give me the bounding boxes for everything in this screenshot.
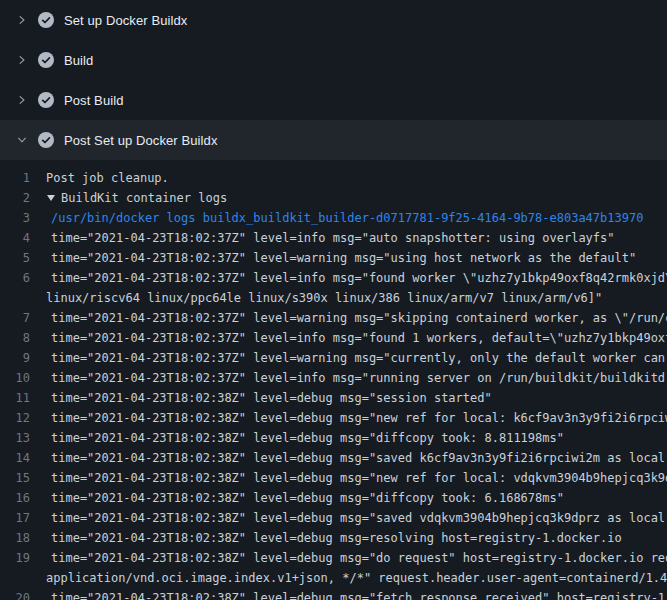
log-line: 1 Post job cleanup. [0, 168, 667, 188]
check-circle-icon [38, 92, 54, 108]
check-circle-icon [38, 132, 54, 148]
log-line-number[interactable]: 5 [0, 248, 46, 268]
log-line: 15 time="2021-04-23T18:02:38Z" level=deb… [0, 468, 667, 488]
log-line-text: time="2021-04-23T18:02:38Z" level=debug … [46, 588, 667, 600]
log-line-text: time="2021-04-23T18:02:37Z" level=info m… [46, 228, 615, 248]
log-line: linux/riscv64 linux/ppc64le linux/s390x … [0, 288, 667, 308]
log-line: 20 time="2021-04-23T18:02:38Z" level=deb… [0, 588, 667, 600]
chevron-icon[interactable] [14, 132, 30, 148]
check-circle-icon [38, 52, 54, 68]
group-toggle-icon[interactable] [47, 195, 55, 201]
step-header[interactable]: Post Set up Docker Buildx [0, 120, 667, 160]
log-line-text: time="2021-04-23T18:02:37Z" level=info m… [46, 368, 667, 388]
step-label: Post Set up Docker Buildx [64, 133, 218, 148]
check-circle-icon [38, 12, 54, 28]
log-line-text: time="2021-04-23T18:02:37Z" level=warnin… [46, 348, 667, 368]
log-line-number[interactable]: 7 [0, 308, 46, 328]
log-line: 2 BuildKit container logs [0, 188, 667, 208]
log-line-text: time="2021-04-23T18:02:38Z" level=debug … [46, 508, 667, 528]
log-line: 14 time="2021-04-23T18:02:38Z" level=deb… [0, 448, 667, 468]
log-line-number[interactable]: 11 [0, 388, 46, 408]
log-line: 18 time="2021-04-23T18:02:38Z" level=deb… [0, 528, 667, 548]
log-line-text: linux/riscv64 linux/ppc64le linux/s390x … [46, 288, 602, 308]
log-line-text: application/vnd.oci.image.index.v1+json,… [46, 568, 667, 588]
chevron-icon[interactable] [14, 12, 30, 28]
log-line: 17 time="2021-04-23T18:02:38Z" level=deb… [0, 508, 667, 528]
log-line: 8 time="2021-04-23T18:02:37Z" level=info… [0, 328, 667, 348]
log-line-number[interactable]: 3 [0, 208, 46, 228]
log-line-text: time="2021-04-23T18:02:38Z" level=debug … [46, 408, 667, 428]
log-line-number[interactable]: 10 [0, 368, 46, 388]
log-line: 7 time="2021-04-23T18:02:37Z" level=warn… [0, 308, 667, 328]
log-line-number[interactable] [0, 568, 46, 588]
log-line-number[interactable]: 6 [0, 268, 46, 288]
log-line-number[interactable]: 19 [0, 548, 46, 568]
log-line: 13 time="2021-04-23T18:02:38Z" level=deb… [0, 428, 667, 448]
log-line-text: time="2021-04-23T18:02:38Z" level=debug … [46, 428, 564, 448]
log-line: 10 time="2021-04-23T18:02:37Z" level=inf… [0, 368, 667, 388]
log-line-number[interactable]: 15 [0, 468, 46, 488]
log-line-number[interactable]: 9 [0, 348, 46, 368]
log-line: 12 time="2021-04-23T18:02:38Z" level=deb… [0, 408, 667, 428]
step-list: Set up Docker Buildx Build P [0, 0, 667, 160]
log-line: 4 time="2021-04-23T18:02:37Z" level=info… [0, 228, 667, 248]
log-line-text: time="2021-04-23T18:02:37Z" level=info m… [46, 268, 667, 288]
log-line: 6 time="2021-04-23T18:02:37Z" level=info… [0, 268, 667, 288]
log-line-number[interactable]: 18 [0, 528, 46, 548]
log-line: 16 time="2021-04-23T18:02:38Z" level=deb… [0, 488, 667, 508]
log-line-number[interactable]: 2 [0, 188, 46, 208]
log-line: application/vnd.oci.image.index.v1+json,… [0, 568, 667, 588]
log-line-number[interactable]: 4 [0, 228, 46, 248]
log-line: 3 /usr/bin/docker logs buildx_buildkit_b… [0, 208, 667, 228]
log-line-number[interactable]: 12 [0, 408, 46, 428]
log-line-number[interactable]: 20 [0, 588, 46, 600]
log-line-text: /usr/bin/docker logs buildx_buildkit_bui… [46, 208, 643, 228]
log-line-number[interactable]: 1 [0, 168, 46, 188]
log-line-text: BuildKit container logs [61, 188, 227, 208]
log-line-number[interactable] [0, 288, 46, 308]
log-line-text: time="2021-04-23T18:02:37Z" level=info m… [46, 328, 667, 348]
step-label: Set up Docker Buildx [64, 13, 187, 28]
log-line-text: time="2021-04-23T18:02:38Z" level=debug … [46, 528, 622, 548]
log-line-text: time="2021-04-23T18:02:38Z" level=debug … [46, 548, 667, 568]
step-header[interactable]: Build [0, 40, 667, 80]
step-header[interactable]: Post Build [0, 80, 667, 120]
step-header[interactable]: Set up Docker Buildx [0, 0, 667, 40]
log-line: 11 time="2021-04-23T18:02:38Z" level=deb… [0, 388, 667, 408]
log-line-text: time="2021-04-23T18:02:38Z" level=debug … [46, 468, 667, 488]
log-line: 19 time="2021-04-23T18:02:38Z" level=deb… [0, 548, 667, 568]
log-line-text: time="2021-04-23T18:02:37Z" level=warnin… [46, 248, 636, 268]
log-line-number[interactable]: 13 [0, 428, 46, 448]
log-line: 9 time="2021-04-23T18:02:37Z" level=warn… [0, 348, 667, 368]
log-line-number[interactable]: 17 [0, 508, 46, 528]
log-line-text: time="2021-04-23T18:02:38Z" level=debug … [46, 448, 667, 468]
log-area: 1 Post job cleanup. 2 BuildKit container… [0, 160, 667, 600]
log-line-number[interactable]: 8 [0, 328, 46, 348]
chevron-icon[interactable] [14, 52, 30, 68]
log-line-text: Post job cleanup. [46, 168, 169, 188]
step-label: Post Build [64, 93, 124, 108]
chevron-icon[interactable] [14, 92, 30, 108]
log-line-number[interactable]: 14 [0, 448, 46, 468]
step-label: Build [64, 53, 93, 68]
log-line-number[interactable]: 16 [0, 488, 46, 508]
log-line-text: time="2021-04-23T18:02:38Z" level=debug … [46, 488, 564, 508]
workflow-log-viewer: Set up Docker Buildx Build P [0, 0, 667, 600]
log-line-text: time="2021-04-23T18:02:38Z" level=debug … [46, 388, 492, 408]
log-line-text: time="2021-04-23T18:02:37Z" level=warnin… [46, 308, 667, 328]
log-line: 5 time="2021-04-23T18:02:37Z" level=warn… [0, 248, 667, 268]
